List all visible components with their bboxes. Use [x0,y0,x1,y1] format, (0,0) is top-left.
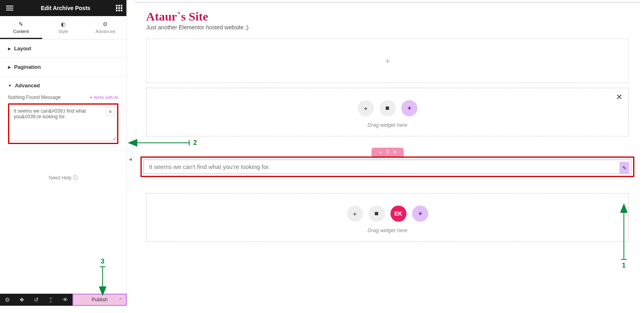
action-row-2: ＋ ■ EK ✦ [155,206,620,222]
ai-sparkle-icon[interactable]: ✦ [401,100,417,116]
section-layout: ▶ Layout [0,39,126,58]
section-advanced-header[interactable]: ▼ Advanced [0,76,126,95]
need-help-link[interactable]: Need Help [0,150,126,189]
gear-icon: ⚙ [84,21,126,27]
panel-body: ▶ Layout ▶ Pagination ▼ Advanced Nothing… [0,39,126,294]
folder-icon[interactable]: ■ [380,100,396,116]
caret-down-icon: ▼ [8,84,12,88]
tab-style[interactable]: ◐ Style [42,16,85,39]
action-row: ＋ ■ ✦ [155,100,620,116]
publish-label: Publish [92,297,107,303]
caret-right-icon: ▶ [8,47,11,51]
caret-right-icon: ▶ [8,65,11,69]
publish-button[interactable]: Publish ⌃ [72,294,127,306]
panel-header: Edit Archive Posts [0,0,126,16]
site-tagline: Just another Elementor hosted website ;) [146,24,629,31]
section-advanced-label: Advanced [15,82,40,89]
edit-widget-icon[interactable]: ✎ [619,162,629,174]
archive-posts-widget[interactable]: It seems we can't find what you're looki… [143,159,632,174]
drag-hint-1: Drag widget here [155,122,620,128]
section-advanced-content: Nothing Found Message Write with AI ≡ [0,95,126,150]
section-layout-label: Layout [14,45,31,51]
folder-icon-2[interactable]: ■ [369,206,385,222]
chevron-up-icon: ⌃ [119,298,122,302]
editor-panel: Edit Archive Posts ✎ Content ◐ Style ⚙ A… [0,0,127,294]
handle-drag-icon[interactable]: ⠿ [386,149,390,155]
site-title: Ataur`s Site [146,10,629,23]
ai-sparkle-icon-2[interactable]: ✦ [412,206,428,222]
contrast-icon: ◐ [42,21,85,27]
responsive-icon[interactable]: ⌶ [43,294,58,306]
dynamic-tags-icon[interactable]: ≡ [106,107,115,116]
menu-icon[interactable] [4,4,15,12]
plus-icon[interactable]: ＋ [383,55,392,67]
settings-icon[interactable]: ⚙ [0,294,14,306]
panel-footer: ⚙ ❖ ↺ ⌶ 👁 Publish ⌃ [0,294,127,306]
nothing-found-textarea[interactable] [10,105,116,141]
section-pagination-header[interactable]: ▶ Pagination [0,58,126,76]
drag-hint-2: Drag widget here [155,227,620,233]
handle-close-icon[interactable]: ✕ [393,149,397,155]
collapse-panel-handle[interactable]: ◀ [127,151,134,167]
preview-canvas: Ataur`s Site Just another Elementor host… [135,2,640,306]
ek-button[interactable]: EK [390,206,407,222]
tab-style-label: Style [58,29,68,34]
write-with-ai-link[interactable]: Write with AI [89,95,118,100]
handle-plus-icon[interactable]: ＋ [378,149,383,156]
section-pagination-label: Pagination [14,64,41,70]
section-handle[interactable]: ＋ ⠿ ✕ [372,148,404,156]
close-icon[interactable]: ✕ [616,92,623,102]
preview-icon[interactable]: 👁 [58,294,72,306]
nothing-found-label: Nothing Found Message [8,95,61,100]
pencil-icon: ✎ [0,21,42,27]
tab-content[interactable]: ✎ Content [0,16,42,39]
widget-message: It seems we can't find what you're looki… [149,163,270,170]
section-layout-header[interactable]: ▶ Layout [0,39,126,58]
section-pagination: ▶ Pagination [0,58,126,76]
section-advanced: ▼ Advanced Nothing Found Message Write w… [0,76,126,150]
add-widget-button[interactable]: ＋ [358,100,374,116]
add-widget-button-2[interactable]: ＋ [347,206,363,222]
widget-highlight: It seems we can't find what you're looki… [140,156,634,177]
navigator-icon[interactable]: ❖ [14,294,29,306]
widgets-grid-icon[interactable] [116,5,122,11]
history-icon[interactable]: ↺ [29,294,43,306]
tab-content-label: Content [13,29,29,34]
container-2[interactable]: ＋ ■ EK ✦ Drag widget here [146,193,629,242]
site-header: Ataur`s Site Just another Elementor host… [135,2,640,34]
tab-advanced[interactable]: ⚙ Advanced [84,16,126,39]
empty-section[interactable]: ＋ [146,39,629,83]
panel-tabs: ✎ Content ◐ Style ⚙ Advanced [0,16,126,39]
field-row: Nothing Found Message Write with AI [8,95,118,100]
container-1[interactable]: ✕ ＋ ■ ✦ Drag widget here [146,88,629,136]
panel-title: Edit Archive Posts [41,5,90,11]
textarea-highlight: ≡ [8,103,118,144]
tab-advanced-label: Advanced [95,29,115,34]
